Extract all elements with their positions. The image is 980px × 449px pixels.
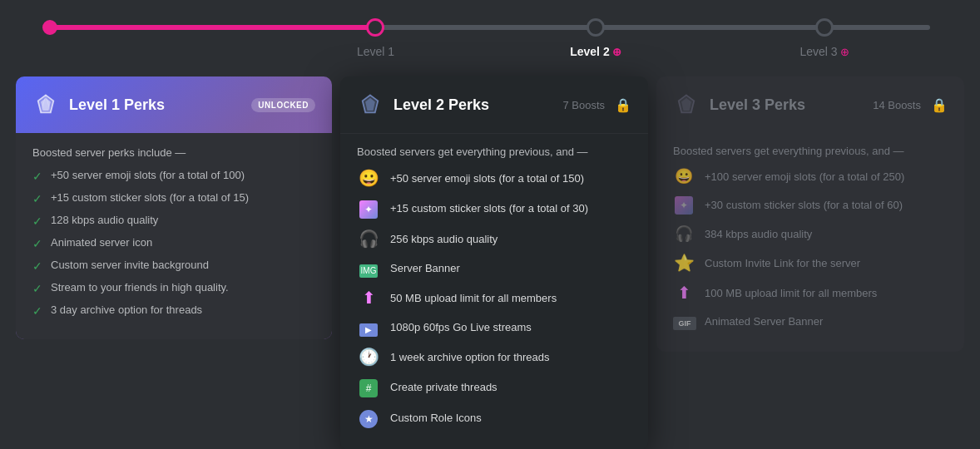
level3-intro: Boosted servers get everything previous,… xyxy=(673,145,948,157)
list-item: ✓ +15 custom sticker slots (for a total … xyxy=(32,191,315,205)
list-item: IMG Server Banner xyxy=(357,259,631,278)
star-icon: ⭐ xyxy=(673,253,695,273)
list-item: ✓ +50 server emoji slots (for a total of… xyxy=(32,169,315,183)
list-item: ⬆ 100 MB upload limit for all members xyxy=(673,283,948,303)
list-item: 🎧 256 kbps audio quality xyxy=(357,229,631,249)
list-item: 😀 +100 server emoji slots (for a total o… xyxy=(673,167,948,185)
list-item: ✓ 128 kbps audio quality xyxy=(32,214,315,228)
banner-icon: IMG xyxy=(357,259,380,278)
check-icon: ✓ xyxy=(32,282,42,295)
check-icon: ✓ xyxy=(32,259,42,273)
level3-boost-count: 14 Boosts xyxy=(873,99,921,111)
list-item: ✓ 3 day archive option for threads xyxy=(32,303,315,318)
level1-card: Level 1 Perks UNLOCKED Boosted server pe… xyxy=(16,76,332,339)
headphone-icon: 🎧 xyxy=(357,229,380,249)
lock-icon: 🔒 xyxy=(931,97,948,113)
list-item: 🎧 384 kbps audio quality xyxy=(673,224,948,243)
check-icon: ✓ xyxy=(32,304,42,318)
role-icon: ★ xyxy=(357,407,380,428)
level2-intro: Boosted servers get everything previous,… xyxy=(357,146,631,158)
list-item: ✦ +30 custom sticker slots (for a total … xyxy=(673,195,948,215)
list-item: ★ Custom Role Icons xyxy=(357,407,631,428)
lock-icon: 🔒 xyxy=(615,97,631,113)
list-item: ✦ +15 custom sticker slots (for a total … xyxy=(357,198,631,219)
list-item: ✓ Animated server icon xyxy=(32,236,315,250)
list-item: 😀 +50 server emoji slots (for a total of… xyxy=(357,168,631,188)
list-item: ✓ Stream to your friends in high quality… xyxy=(32,281,315,295)
level1-label: Level 1 xyxy=(357,45,394,58)
level3-label: Level 3⊕ xyxy=(799,45,849,58)
thread-icon: # xyxy=(357,377,380,397)
level1-intro: Boosted server perks include — xyxy=(32,146,315,159)
level1-boost-icon xyxy=(32,91,59,118)
level2-boost-icon xyxy=(357,91,384,118)
level3-boost-icon xyxy=(673,91,700,118)
level3-title: Level 3 Perks xyxy=(710,96,863,114)
emoji-icon: 😀 xyxy=(673,167,695,185)
list-item: 🕐 1 week archive option for threads xyxy=(357,347,631,367)
check-icon: ✓ xyxy=(32,192,42,205)
gif-icon: GIF xyxy=(673,313,695,330)
progress-section: Level 1 Level 2⊕ Level 3⊕ xyxy=(0,0,980,76)
list-item: GIF Animated Server Banner xyxy=(673,313,948,330)
unlocked-badge: UNLOCKED xyxy=(251,98,315,112)
sticker-icon: ✦ xyxy=(357,198,380,219)
check-icon: ✓ xyxy=(32,215,42,228)
check-icon: ✓ xyxy=(32,237,42,250)
emoji-icon: 😀 xyxy=(357,168,380,188)
clock-icon: 🕐 xyxy=(357,347,380,367)
upload-icon: ⬆ xyxy=(673,283,695,303)
list-item: # Create private threads xyxy=(357,377,631,397)
list-item: ✓ Custom server invite background xyxy=(32,259,315,273)
stream-icon: ▶ xyxy=(357,318,380,337)
level3-card: Level 3 Perks 14 Boosts 🔒 Boosted server… xyxy=(656,76,964,352)
list-item: ⭐ Custom Invite Link for the server xyxy=(673,253,948,273)
sticker-icon: ✦ xyxy=(673,195,695,215)
upload-icon: ⬆ xyxy=(357,288,380,308)
level2-card: Level 2 Perks 7 Boosts 🔒 Boosted servers… xyxy=(340,76,648,449)
level2-label: Level 2⊕ xyxy=(570,45,621,58)
list-item: ⬆ 50 MB upload limit for all members xyxy=(357,288,631,308)
level2-boost-count: 7 Boosts xyxy=(562,99,605,111)
list-item: ▶ 1080p 60fps Go Live streams xyxy=(357,318,631,337)
level1-title: Level 1 Perks xyxy=(69,96,241,114)
level2-title: Level 2 Perks xyxy=(393,96,552,114)
check-icon: ✓ xyxy=(32,170,42,183)
headphone-icon: 🎧 xyxy=(673,224,695,243)
